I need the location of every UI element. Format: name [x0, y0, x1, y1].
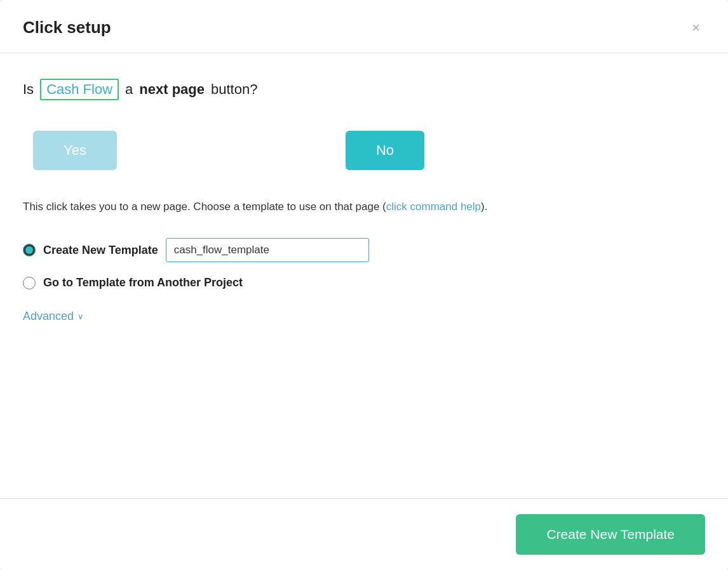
info-text: This click takes you to a new page. Choo… — [23, 198, 705, 215]
goto-template-radio[interactable] — [23, 277, 36, 289]
template-name-input[interactable] — [166, 238, 369, 262]
question-prefix: Is — [23, 81, 34, 98]
close-button[interactable]: × — [687, 18, 705, 37]
goto-template-label[interactable]: Go to Template from Another Project — [43, 276, 243, 289]
no-button[interactable]: No — [346, 131, 424, 170]
modal-header: Click setup × — [0, 0, 728, 53]
highlighted-element: Cash Flow — [40, 79, 119, 100]
question-suffix: button? — [211, 81, 257, 98]
options-section: Create New Template Go to Template from … — [23, 238, 705, 289]
click-command-help-link[interactable]: click command help — [386, 201, 481, 213]
advanced-label: Advanced — [23, 310, 74, 323]
info-text-before-link: This click takes you to a new page. Choo… — [23, 201, 386, 213]
chevron-down-icon: ∨ — [78, 312, 84, 321]
modal-body: Is Cash Flow a next page button? Yes No … — [0, 53, 728, 498]
yes-no-buttons: Yes No — [23, 131, 705, 170]
info-text-after-link: ). — [481, 201, 487, 213]
goto-template-option: Go to Template from Another Project — [23, 276, 705, 289]
question-middle: a — [125, 81, 133, 98]
modal-title: Click setup — [23, 18, 111, 37]
modal-dialog: Click setup × Is Cash Flow a next page b… — [0, 0, 728, 570]
question-row: Is Cash Flow a next page button? — [23, 79, 705, 100]
create-new-template-button[interactable]: Create New Template — [516, 514, 705, 555]
create-new-template-label[interactable]: Create New Template — [43, 244, 158, 257]
create-new-template-radio[interactable] — [23, 244, 36, 256]
create-new-template-option: Create New Template — [23, 238, 705, 262]
modal-footer: Create New Template — [0, 498, 728, 570]
advanced-toggle[interactable]: Advanced ∨ — [23, 310, 84, 323]
yes-button[interactable]: Yes — [33, 131, 117, 170]
question-bold: next page — [139, 81, 205, 98]
